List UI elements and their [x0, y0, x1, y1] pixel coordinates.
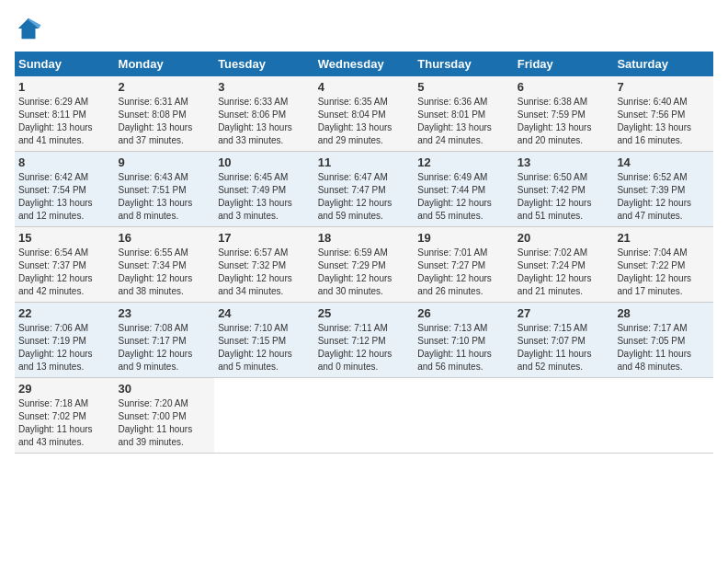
- day-cell: 5Sunrise: 6:36 AM Sunset: 8:01 PM Daylig…: [414, 76, 514, 152]
- day-info: Sunrise: 6:50 AM Sunset: 7:42 PM Dayligh…: [518, 171, 610, 223]
- day-cell: 7Sunrise: 6:40 AM Sunset: 7:56 PM Daylig…: [613, 76, 713, 152]
- day-info: Sunrise: 7:01 AM Sunset: 7:27 PM Dayligh…: [417, 247, 510, 298]
- day-cell: [314, 378, 415, 454]
- day-cell: 14Sunrise: 6:52 AM Sunset: 7:39 PM Dayli…: [613, 152, 713, 227]
- day-number: 8: [18, 155, 111, 169]
- day-number: 13: [518, 155, 610, 169]
- week-row-4: 22Sunrise: 7:06 AM Sunset: 7:19 PM Dayli…: [15, 303, 713, 378]
- week-row-5: 29Sunrise: 7:18 AM Sunset: 7:02 PM Dayli…: [15, 378, 713, 454]
- day-cell: 27Sunrise: 7:15 AM Sunset: 7:07 PM Dayli…: [514, 303, 614, 378]
- day-cell: 23Sunrise: 7:08 AM Sunset: 7:17 PM Dayli…: [115, 303, 215, 378]
- day-number: 7: [617, 80, 710, 94]
- column-header-monday: Monday: [115, 52, 215, 76]
- day-cell: 10Sunrise: 6:45 AM Sunset: 7:49 PM Dayli…: [214, 152, 314, 227]
- day-number: 25: [318, 306, 411, 320]
- day-info: Sunrise: 6:54 AM Sunset: 7:37 PM Dayligh…: [18, 247, 111, 298]
- day-number: 18: [318, 231, 411, 245]
- day-info: Sunrise: 6:42 AM Sunset: 7:54 PM Dayligh…: [18, 171, 111, 223]
- day-cell: 28Sunrise: 7:17 AM Sunset: 7:05 PM Dayli…: [613, 303, 713, 378]
- day-number: 5: [417, 80, 510, 94]
- day-info: Sunrise: 6:43 AM Sunset: 7:51 PM Dayligh…: [119, 171, 211, 223]
- day-number: 30: [119, 382, 211, 396]
- day-cell: 13Sunrise: 6:50 AM Sunset: 7:42 PM Dayli…: [514, 152, 614, 227]
- day-number: 11: [318, 155, 411, 169]
- day-info: Sunrise: 7:18 AM Sunset: 7:02 PM Dayligh…: [18, 397, 111, 449]
- column-header-thursday: Thursday: [414, 52, 514, 76]
- logo-icon: [15, 15, 42, 42]
- day-number: 17: [218, 231, 311, 245]
- day-info: Sunrise: 6:31 AM Sunset: 8:08 PM Dayligh…: [119, 96, 211, 147]
- column-header-tuesday: Tuesday: [214, 52, 314, 76]
- day-info: Sunrise: 6:59 AM Sunset: 7:29 PM Dayligh…: [318, 247, 411, 298]
- day-cell: 4Sunrise: 6:35 AM Sunset: 8:04 PM Daylig…: [314, 76, 415, 152]
- day-cell: 26Sunrise: 7:13 AM Sunset: 7:10 PM Dayli…: [414, 303, 514, 378]
- day-info: Sunrise: 7:02 AM Sunset: 7:24 PM Dayligh…: [518, 247, 610, 298]
- day-cell: 11Sunrise: 6:47 AM Sunset: 7:47 PM Dayli…: [314, 152, 415, 227]
- day-number: 24: [218, 306, 311, 320]
- day-cell: [514, 378, 614, 454]
- day-info: Sunrise: 6:33 AM Sunset: 8:06 PM Dayligh…: [218, 96, 311, 147]
- day-cell: 9Sunrise: 6:43 AM Sunset: 7:51 PM Daylig…: [115, 152, 215, 227]
- day-cell: 1Sunrise: 6:29 AM Sunset: 8:11 PM Daylig…: [15, 76, 115, 152]
- calendar-body: 1Sunrise: 6:29 AM Sunset: 8:11 PM Daylig…: [15, 76, 713, 454]
- day-info: Sunrise: 7:10 AM Sunset: 7:15 PM Dayligh…: [218, 322, 311, 373]
- day-info: Sunrise: 6:38 AM Sunset: 7:59 PM Dayligh…: [518, 96, 610, 147]
- day-info: Sunrise: 7:06 AM Sunset: 7:19 PM Dayligh…: [18, 322, 111, 373]
- day-number: 14: [617, 155, 710, 169]
- day-number: 20: [518, 231, 610, 245]
- day-cell: 17Sunrise: 6:57 AM Sunset: 7:32 PM Dayli…: [214, 227, 314, 303]
- week-row-2: 8Sunrise: 6:42 AM Sunset: 7:54 PM Daylig…: [15, 152, 713, 227]
- day-cell: 6Sunrise: 6:38 AM Sunset: 7:59 PM Daylig…: [514, 76, 614, 152]
- column-header-wednesday: Wednesday: [314, 52, 415, 76]
- day-info: Sunrise: 7:11 AM Sunset: 7:12 PM Dayligh…: [318, 322, 411, 373]
- day-number: 23: [119, 306, 211, 320]
- day-number: 3: [218, 80, 311, 94]
- day-cell: 2Sunrise: 6:31 AM Sunset: 8:08 PM Daylig…: [115, 76, 215, 152]
- calendar-header: SundayMondayTuesdayWednesdayThursdayFrid…: [15, 52, 713, 76]
- day-cell: [214, 378, 314, 454]
- column-header-friday: Friday: [514, 52, 614, 76]
- day-info: Sunrise: 7:08 AM Sunset: 7:17 PM Dayligh…: [119, 322, 211, 373]
- day-info: Sunrise: 7:15 AM Sunset: 7:07 PM Dayligh…: [518, 322, 610, 373]
- day-info: Sunrise: 7:17 AM Sunset: 7:05 PM Dayligh…: [617, 322, 710, 373]
- day-number: 2: [119, 80, 211, 94]
- day-cell: 30Sunrise: 7:20 AM Sunset: 7:00 PM Dayli…: [115, 378, 215, 454]
- day-number: 12: [417, 155, 510, 169]
- day-cell: 29Sunrise: 7:18 AM Sunset: 7:02 PM Dayli…: [15, 378, 115, 454]
- day-cell: 24Sunrise: 7:10 AM Sunset: 7:15 PM Dayli…: [214, 303, 314, 378]
- day-cell: 18Sunrise: 6:59 AM Sunset: 7:29 PM Dayli…: [314, 227, 415, 303]
- day-number: 4: [318, 80, 411, 94]
- day-info: Sunrise: 7:13 AM Sunset: 7:10 PM Dayligh…: [417, 322, 510, 373]
- column-header-saturday: Saturday: [613, 52, 713, 76]
- logo: [15, 15, 46, 42]
- day-number: 26: [417, 306, 510, 320]
- day-number: 1: [18, 80, 111, 94]
- day-number: 28: [617, 306, 710, 320]
- day-cell: 25Sunrise: 7:11 AM Sunset: 7:12 PM Dayli…: [314, 303, 415, 378]
- week-row-3: 15Sunrise: 6:54 AM Sunset: 7:37 PM Dayli…: [15, 227, 713, 303]
- day-info: Sunrise: 7:04 AM Sunset: 7:22 PM Dayligh…: [617, 247, 710, 298]
- day-info: Sunrise: 6:57 AM Sunset: 7:32 PM Dayligh…: [218, 247, 311, 298]
- day-number: 16: [119, 231, 211, 245]
- day-cell: 20Sunrise: 7:02 AM Sunset: 7:24 PM Dayli…: [514, 227, 614, 303]
- day-info: Sunrise: 6:36 AM Sunset: 8:01 PM Dayligh…: [417, 96, 510, 147]
- day-cell: 3Sunrise: 6:33 AM Sunset: 8:06 PM Daylig…: [214, 76, 314, 152]
- day-number: 21: [617, 231, 710, 245]
- day-info: Sunrise: 6:52 AM Sunset: 7:39 PM Dayligh…: [617, 171, 710, 223]
- day-number: 29: [18, 382, 111, 396]
- day-info: Sunrise: 6:55 AM Sunset: 7:34 PM Dayligh…: [119, 247, 211, 298]
- day-info: Sunrise: 6:40 AM Sunset: 7:56 PM Dayligh…: [617, 96, 710, 147]
- day-number: 22: [18, 306, 111, 320]
- day-info: Sunrise: 6:47 AM Sunset: 7:47 PM Dayligh…: [318, 171, 411, 223]
- day-number: 15: [18, 231, 111, 245]
- day-cell: 21Sunrise: 7:04 AM Sunset: 7:22 PM Dayli…: [613, 227, 713, 303]
- day-number: 27: [518, 306, 610, 320]
- day-number: 9: [119, 155, 211, 169]
- day-info: Sunrise: 7:20 AM Sunset: 7:00 PM Dayligh…: [119, 397, 211, 449]
- day-info: Sunrise: 6:45 AM Sunset: 7:49 PM Dayligh…: [218, 171, 311, 223]
- calendar-table: SundayMondayTuesdayWednesdayThursdayFrid…: [15, 52, 713, 454]
- day-cell: 19Sunrise: 7:01 AM Sunset: 7:27 PM Dayli…: [414, 227, 514, 303]
- day-info: Sunrise: 6:35 AM Sunset: 8:04 PM Dayligh…: [318, 96, 411, 147]
- day-cell: [414, 378, 514, 454]
- day-info: Sunrise: 6:49 AM Sunset: 7:44 PM Dayligh…: [417, 171, 510, 223]
